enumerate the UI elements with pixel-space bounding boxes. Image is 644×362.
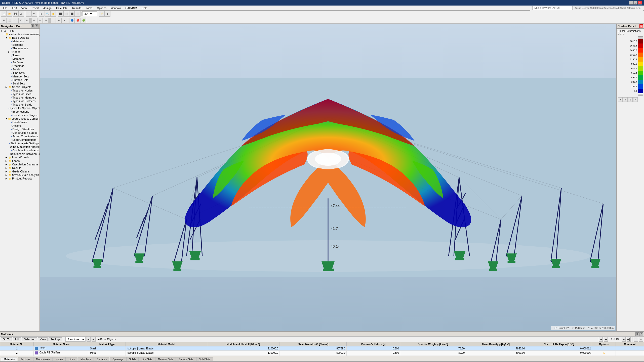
- tb-save[interactable]: 💾: [13, 11, 18, 17]
- tree-sections[interactable]: ▪ Sections: [0, 43, 39, 47]
- tab-member-sets[interactable]: Member Sets: [155, 357, 176, 361]
- tb-zoom[interactable]: 🔍: [45, 11, 50, 17]
- tb-calc[interactable]: ⚡: [99, 11, 105, 17]
- tab-nodes[interactable]: Nodes: [53, 357, 66, 361]
- tree-action-combos[interactable]: ▪ Action Combinations: [0, 134, 39, 138]
- tb-view2[interactable]: ⬜: [63, 11, 69, 17]
- tree-types-members[interactable]: ▪ Types for Members: [0, 96, 39, 99]
- cp-btn4[interactable]: ⊗: [633, 97, 638, 102]
- nav-float-button[interactable]: ⊞: [31, 24, 34, 28]
- tree-types-nodes[interactable]: ▪ Types for Nodes: [0, 89, 39, 92]
- tree-members[interactable]: ▪ Members: [0, 57, 39, 61]
- row-last[interactable]: ▶|: [627, 337, 631, 342]
- filter-next[interactable]: ▶: [92, 337, 96, 342]
- tab-solid-sets[interactable]: Solid Sets: [196, 357, 213, 361]
- tree-types-special[interactable]: ▪ Types for Special Objects: [0, 106, 39, 110]
- settings-button[interactable]: Settings: [49, 337, 62, 341]
- tree-special-objects[interactable]: ▶ 📁 Special Objects: [0, 85, 39, 89]
- menu-cadbim[interactable]: CAD-BIM: [123, 6, 139, 10]
- row-first[interactable]: |◀: [599, 337, 603, 342]
- tree-loads[interactable]: ▶ 📁 Loads: [0, 159, 39, 163]
- tb-print[interactable]: 🖨: [18, 11, 24, 17]
- tb2-6[interactable]: ⊕: [31, 18, 37, 23]
- minimize-button[interactable]: ─: [629, 1, 633, 5]
- filter-dropdown[interactable]: Structure All Selected: [65, 337, 86, 342]
- menu-results[interactable]: Results: [70, 6, 84, 10]
- tb-animate[interactable]: ▶: [105, 11, 110, 17]
- tree-project[interactable]: ▼ 📁 Pavilion de la danse - RWIND_results…: [0, 33, 39, 36]
- table-row[interactable]: 1 S235 Steel Isotropic | Linear Elastic …: [0, 346, 644, 351]
- tb-open[interactable]: 📂: [7, 11, 12, 17]
- tb-new[interactable]: 📄: [1, 11, 7, 17]
- tree-lines[interactable]: ╱ Lines: [0, 54, 39, 57]
- tab-surfaces[interactable]: Surfaces: [94, 357, 109, 361]
- tree-materials[interactable]: ▪ Materials: [0, 39, 39, 43]
- tree-solid-sets[interactable]: ▪ Solid Sets: [0, 82, 39, 85]
- cp-btn3[interactable]: ⊹: [628, 97, 633, 102]
- tree-design-situations[interactable]: ▪ Design Situations: [0, 127, 39, 131]
- tree-line-sets[interactable]: ╱ Line Sets: [0, 71, 39, 75]
- tb2-10[interactable]: ↔: [56, 18, 62, 23]
- edit-button[interactable]: Edit: [13, 337, 21, 341]
- tab-thicknesses[interactable]: Thicknesses: [33, 357, 53, 361]
- tab-surface-sets[interactable]: Surface Sets: [176, 357, 196, 361]
- tree-construction-stages2[interactable]: ▪ Construction Stages: [0, 131, 39, 134]
- tb2-13[interactable]: 🔴: [75, 18, 80, 23]
- tab-line-sets[interactable]: Line Sets: [139, 357, 155, 361]
- tree-surface-sets[interactable]: ▪ Surface Sets: [0, 78, 39, 82]
- window-controls[interactable]: ─ □ ✕: [629, 1, 642, 5]
- search-input[interactable]: [532, 6, 573, 10]
- tab-members[interactable]: Members: [78, 357, 94, 361]
- tb-pan[interactable]: ✋: [50, 11, 56, 17]
- menu-assign[interactable]: Assign: [41, 6, 54, 10]
- tab-openings[interactable]: Openings: [110, 357, 126, 361]
- tb-view3[interactable]: ⬛: [69, 11, 75, 17]
- menu-insert[interactable]: Insert: [30, 6, 41, 10]
- cp-btn2[interactable]: ⊠: [623, 97, 628, 102]
- add-row[interactable]: +: [634, 337, 638, 342]
- tree-root-rfem[interactable]: ▼ 🖥 RFEM: [0, 29, 39, 33]
- tree-combo-wizards[interactable]: ▪ Combination Wizards: [0, 149, 39, 152]
- tree-load-cases[interactable]: ▪ Load Cases: [0, 120, 39, 124]
- row-prev[interactable]: ◀: [604, 337, 608, 342]
- tree-imperfections[interactable]: ▪ Imperfections: [0, 110, 39, 113]
- tb2-7[interactable]: ⊗: [37, 18, 43, 23]
- tree-calc-diagrams[interactable]: ▶ 📁 Calculation Diagrams: [0, 163, 39, 166]
- tree-load-wizards[interactable]: ▶ 📁 Load Wizards: [0, 156, 39, 159]
- tree-openings[interactable]: ▪ Openings: [0, 64, 39, 68]
- tree-load-combos[interactable]: ▪ Load Combinations: [0, 138, 39, 142]
- tab-materials[interactable]: Materials: [1, 357, 17, 361]
- tree-nodes[interactable]: ▶ ▪ Nodes: [0, 50, 39, 54]
- tree-printout-reports[interactable]: ▶ 📁 Printout Reports: [0, 177, 39, 180]
- lc-dropdown[interactable]: LC4 ▼: [82, 11, 97, 16]
- selection-button[interactable]: Selection: [22, 337, 37, 341]
- tree-load-cases-combos[interactable]: ▼ 📁 Load Cases & Combinations: [0, 117, 39, 120]
- tb-view1[interactable]: ⬛: [58, 11, 63, 17]
- tb2-2[interactable]: ⬜: [7, 18, 12, 23]
- menu-help[interactable]: Help: [140, 6, 149, 10]
- menu-options[interactable]: Options: [95, 6, 108, 10]
- tree-basic-objects[interactable]: ▼ 📁 Basic Objects: [0, 36, 39, 39]
- tb2-12[interactable]: 🔵: [69, 18, 75, 23]
- tree-guide-objects[interactable]: ▶ 📁 Guide Objects: [0, 170, 39, 173]
- tb-select[interactable]: ▶: [39, 11, 44, 17]
- menu-tools[interactable]: Tools: [84, 6, 94, 10]
- tb2-3[interactable]: □: [13, 18, 18, 23]
- filter-prev[interactable]: ◀: [87, 337, 91, 342]
- menu-window[interactable]: Window: [109, 6, 123, 10]
- tb2-4[interactable]: ⊡: [18, 18, 24, 23]
- tb2-1[interactable]: ⊞: [1, 18, 7, 23]
- tb2-5[interactable]: ◎: [24, 18, 30, 23]
- del-row[interactable]: −: [639, 337, 643, 342]
- tb2-14[interactable]: 🟢: [81, 18, 86, 23]
- tree-results[interactable]: ▶ 📁 Results: [0, 166, 39, 170]
- goto-button[interactable]: Go To: [1, 337, 12, 341]
- close-button[interactable]: ✕: [638, 1, 642, 5]
- tb-undo[interactable]: ↩: [26, 11, 31, 17]
- tab-lines[interactable]: Lines: [66, 357, 77, 361]
- viewport[interactable]: 47.44 41.7 46.14 CS: Global XY X: 45.094…: [40, 24, 616, 331]
- tb-redo[interactable]: ↪: [31, 11, 37, 17]
- tb2-9[interactable]: ↕: [50, 18, 56, 23]
- cp-btn1[interactable]: ⊞: [618, 97, 623, 102]
- tab-solids[interactable]: Solids: [126, 357, 139, 361]
